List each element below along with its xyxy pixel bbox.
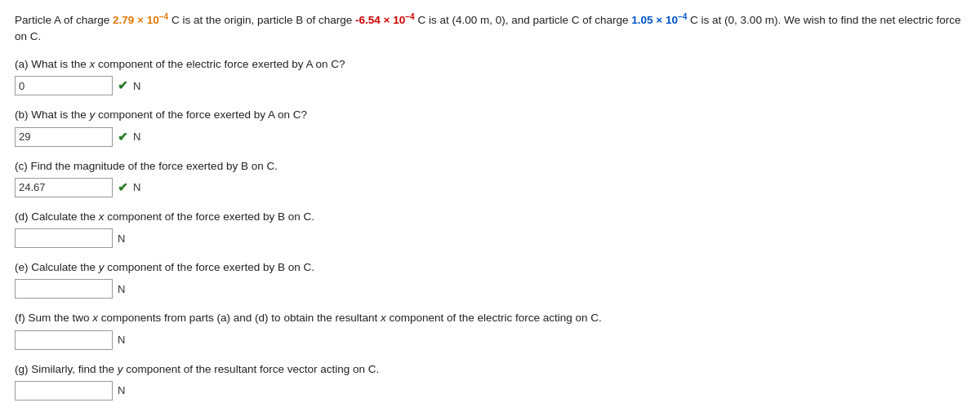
- charge-b: -6.54 × 10−4: [355, 14, 415, 26]
- part-d-input[interactable]: [15, 228, 113, 248]
- part-a-unit: N: [133, 80, 140, 92]
- part-e-unit: N: [118, 283, 125, 295]
- part-f-unit: N: [118, 334, 125, 346]
- part-f-input[interactable]: [15, 330, 113, 350]
- part-c-unit: N: [133, 181, 140, 193]
- part-e: (e) Calculate the y component of the for…: [15, 259, 965, 299]
- part-e-input[interactable]: [15, 279, 113, 299]
- part-g-input[interactable]: [15, 381, 113, 401]
- part-g-unit: N: [118, 384, 125, 396]
- part-d-unit: N: [118, 232, 125, 245]
- part-h: (h) Find the magnitude and direction of …: [15, 412, 965, 416]
- part-g-label: (g) Similarly, find the y component of t…: [15, 361, 965, 378]
- part-b-input[interactable]: [15, 127, 113, 147]
- part-a: (a) What is the x component of the elect…: [15, 56, 965, 95]
- part-a-label: (a) What is the x component of the elect…: [15, 56, 965, 73]
- part-c-label: (c) Find the magnitude of the force exer…: [15, 158, 965, 175]
- part-b-check-icon: ✔: [118, 130, 128, 144]
- part-d: (d) Calculate the x component of the for…: [15, 209, 965, 248]
- part-f: (f) Sum the two x components from parts …: [15, 310, 965, 349]
- part-c-check-icon: ✔: [118, 180, 128, 195]
- part-h-label: (h) Find the magnitude and direction of …: [15, 412, 965, 416]
- charge-c: 1.05 × 10−4: [631, 14, 687, 26]
- charge-a: 2.79 × 10−4: [113, 14, 168, 26]
- part-e-label: (e) Calculate the y component of the for…: [15, 259, 965, 276]
- part-b-label: (b) What is the y component of the force…: [15, 107, 965, 123]
- part-a-input[interactable]: [15, 76, 113, 95]
- part-g: (g) Similarly, find the y component of t…: [15, 361, 965, 401]
- part-c: (c) Find the magnitude of the force exer…: [15, 158, 965, 197]
- problem-statement: Particle A of charge 2.79 × 10−4 C is at…: [15, 10, 965, 45]
- part-b: (b) What is the y component of the force…: [15, 107, 965, 146]
- part-f-label: (f) Sum the two x components from parts …: [15, 310, 965, 326]
- part-a-check-icon: ✔: [118, 78, 128, 93]
- part-c-input[interactable]: [15, 178, 113, 197]
- part-b-unit: N: [133, 131, 140, 143]
- part-d-label: (d) Calculate the x component of the for…: [15, 209, 965, 225]
